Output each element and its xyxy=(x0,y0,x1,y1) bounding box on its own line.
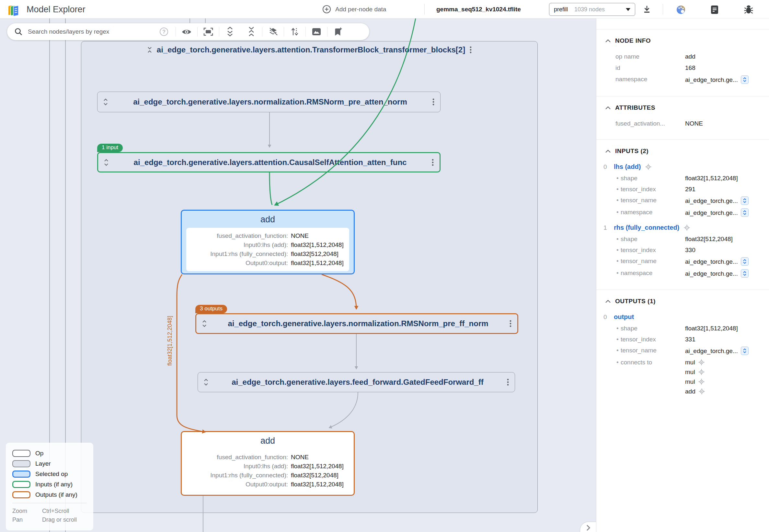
graph-canvas[interactable]: ai_edge_torch.generative.layers.attentio… xyxy=(0,18,596,532)
io-name[interactable]: output xyxy=(614,313,634,321)
brand: Model Explorer xyxy=(8,2,85,17)
graph-name: prefill xyxy=(554,6,568,13)
layer-title: ai_edge_torch.generative.layers.normaliz… xyxy=(211,319,505,328)
export-image-button[interactable] xyxy=(306,23,327,40)
op-node-add-selected[interactable]: add fused_activation_function:NONE Input… xyxy=(181,210,355,274)
toggle-visibility-button[interactable] xyxy=(176,23,197,40)
prop-label: namespace xyxy=(621,208,685,216)
attr-value: float32[1,512,2048] xyxy=(291,462,344,471)
add-per-node-data-button[interactable]: Add per-node data xyxy=(322,0,386,18)
expand-text-button[interactable] xyxy=(741,75,749,84)
locate-node-icon[interactable] xyxy=(645,164,652,170)
collapse-layer-icon[interactable] xyxy=(147,47,152,53)
theme-palette-button[interactable] xyxy=(676,5,686,16)
op-title: add xyxy=(182,436,354,446)
legend-label: Outputs (if any) xyxy=(35,491,77,498)
section-attributes: ATTRIBUTES fused_activation... NONE xyxy=(596,96,769,140)
bookmark-button[interactable] xyxy=(328,23,349,40)
flatten-layers-button[interactable] xyxy=(262,23,284,40)
expand-layer-icon[interactable] xyxy=(103,98,108,105)
prop-label: connects to xyxy=(621,359,685,366)
prop-value: ai_edge_torch.ge... xyxy=(685,197,738,205)
trace-inputs-outputs-button[interactable] xyxy=(284,23,306,40)
locate-node-icon[interactable] xyxy=(698,379,705,385)
expand-text-button[interactable] xyxy=(741,257,749,266)
attr-value: float32[1,512,2048] xyxy=(291,259,344,267)
topbar-divider xyxy=(424,4,425,15)
pan-hint: Pan Drag or scroll xyxy=(12,516,87,523)
collapse-all-layers-button[interactable] xyxy=(241,23,262,40)
node-menu-icon[interactable] xyxy=(432,98,434,106)
locate-node-icon[interactable] xyxy=(684,225,690,231)
layer-node-causal-self-attention[interactable]: 1 input ai_edge_torch.generative.layers.… xyxy=(97,152,440,172)
expand-layer-icon[interactable] xyxy=(202,320,207,327)
add-per-node-data-label: Add per-node data xyxy=(335,6,386,13)
locate-node-icon[interactable] xyxy=(698,359,705,365)
collapse-panel-button[interactable] xyxy=(580,522,596,532)
prop-row-tensor-name: •tensor_name ai_edge_torch.ge... xyxy=(596,196,764,205)
op-node-add-output[interactable]: add fused_activation_function:NONE Input… xyxy=(181,431,355,496)
connects-to-target: mul xyxy=(685,359,705,366)
locate-node-icon[interactable] xyxy=(698,369,705,375)
locate-node-icon[interactable] xyxy=(699,388,705,394)
expand-all-layers-button[interactable] xyxy=(219,23,241,40)
prop-row-tensor-index: •tensor_index 331 xyxy=(596,336,764,343)
legend-label: Op xyxy=(35,450,43,457)
prop-value: ai_edge_torch.ge... xyxy=(685,270,738,277)
section-header-node-info[interactable]: NODE INFO xyxy=(596,37,764,44)
section-header-outputs[interactable]: OUTPUTS (1) xyxy=(596,298,764,305)
node-menu-icon[interactable] xyxy=(507,378,509,386)
outputs-swatch xyxy=(12,491,30,498)
info-row-op-name: op name add xyxy=(596,53,764,60)
prop-row-connects-to: •connects to mul mul mul ad xyxy=(596,359,764,395)
attr-key: fused_activation_function: xyxy=(191,232,288,240)
expand-text-button[interactable] xyxy=(741,208,749,217)
attr-key: Output0:output: xyxy=(191,259,288,267)
chevron-up-icon xyxy=(606,300,611,303)
prop-label: shape xyxy=(621,174,685,182)
download-graph-button[interactable] xyxy=(642,5,652,16)
dropdown-caret-icon xyxy=(626,8,630,11)
node-menu-icon[interactable] xyxy=(432,159,434,166)
node-menu-icon[interactable] xyxy=(470,46,472,54)
docs-button[interactable] xyxy=(710,5,719,16)
bug-icon xyxy=(743,5,754,15)
fit-to-screen-button[interactable] xyxy=(198,23,219,40)
io-name[interactable]: rhs (fully_connected) xyxy=(614,224,679,231)
expand-layer-icon[interactable] xyxy=(104,159,108,166)
prop-value: float32[1,512,2048] xyxy=(685,325,738,332)
connects-to-target: add xyxy=(685,388,705,395)
node-menu-icon[interactable] xyxy=(509,320,511,327)
expand-text-button[interactable] xyxy=(741,347,749,355)
download-icon xyxy=(642,5,652,14)
panel-top-gap xyxy=(596,18,769,29)
layer-node-rmsnorm-pre-ff[interactable]: 3 outputs ai_edge_torch.generative.layer… xyxy=(195,313,518,334)
io-index: 1 xyxy=(604,224,611,231)
io-name[interactable]: lhs (add) xyxy=(614,163,641,171)
attr-key: Output0:output: xyxy=(191,480,288,489)
target-op-name: mul xyxy=(685,368,695,376)
section-header-attributes[interactable]: ATTRIBUTES xyxy=(596,104,764,111)
report-bug-button[interactable] xyxy=(743,5,754,16)
topbar-divider xyxy=(663,4,663,15)
legend-item-inputs: Inputs (if any) xyxy=(12,481,87,488)
prop-row-shape: •shape float32[1,512,2048] xyxy=(596,174,764,182)
model-name: gemma_seq512_kv1024.tflite xyxy=(436,0,521,18)
prop-row-tensor-name: •tensor_name ai_edge_torch.ge... xyxy=(596,257,764,266)
prop-row-tensor-index: •tensor_index 291 xyxy=(596,185,764,193)
attr-value: float32[1,512,2048] xyxy=(291,241,344,249)
target-op-name: mul xyxy=(685,378,695,385)
expand-layer-icon[interactable] xyxy=(204,379,208,386)
eye-icon xyxy=(182,28,191,35)
search-help-icon[interactable]: ? xyxy=(159,27,168,36)
search-input[interactable] xyxy=(28,28,157,35)
graph-selector-dropdown[interactable]: prefill 1039 nodes xyxy=(549,3,635,16)
expand-text-button[interactable] xyxy=(741,196,749,205)
section-header-inputs[interactable]: INPUTS (2) xyxy=(596,148,764,155)
expand-text-button[interactable] xyxy=(741,269,749,278)
layer-node-gated-feed-forward[interactable]: ai_edge_torch.generative.layers.feed_for… xyxy=(198,372,515,392)
prop-label: shape xyxy=(621,325,685,332)
layer-node-rmsnorm-pre-atten[interactable]: ai_edge_torch.generative.layers.normaliz… xyxy=(97,92,440,112)
row-label: fused_activation... xyxy=(616,120,685,127)
layer-title: ai_edge_torch.generative.layers.attentio… xyxy=(113,158,427,167)
